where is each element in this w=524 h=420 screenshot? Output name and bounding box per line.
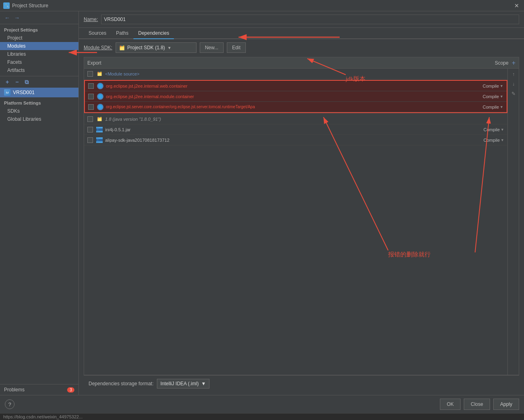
dep-table-with-actions: 🗂️ <Module source> 🌐 org.eclip bbox=[84, 69, 519, 375]
world-icon-2: 🌐 bbox=[97, 93, 104, 100]
scope-dropdown-arrow-1: ▼ bbox=[500, 84, 503, 88]
project-settings-section: Project Settings bbox=[0, 24, 78, 34]
dep-row-module-container[interactable]: 🌐 org.eclipse.jst.j2ee.internal.module.c… bbox=[85, 91, 507, 102]
storage-format-label: Dependencies storage format: bbox=[89, 381, 154, 386]
dep-checkbox-web-container[interactable] bbox=[88, 83, 94, 89]
dep-row-tomcat-runtime[interactable]: 🌐 org.eclipse.jst.server.core.container/… bbox=[85, 102, 507, 112]
sidebar-item-sdks[interactable]: SDKs bbox=[0, 107, 78, 115]
dep-checkbox-ini4j[interactable] bbox=[87, 127, 93, 132]
sidebar-item-artifacts[interactable]: Artifacts bbox=[0, 66, 78, 74]
jar-icon-2 bbox=[96, 137, 103, 143]
svg-rect-1 bbox=[96, 128, 103, 131]
storage-format-row: Dependencies storage format: IntelliJ ID… bbox=[84, 375, 519, 392]
move-down-button[interactable]: ↓ bbox=[509, 80, 518, 88]
dependencies-content: Module SDK: 🗂️ Project SDK (1.8) ▼ New..… bbox=[79, 39, 524, 395]
dep-name-alipay: alipay-sdk-java20170818173712 bbox=[105, 138, 472, 143]
platform-settings-section: Platform Settings bbox=[0, 97, 78, 107]
world-icon-1: 🌐 bbox=[97, 83, 104, 89]
dep-name-web-container: org.eclipse.jst.j2ee.internal.web.contai… bbox=[106, 84, 471, 88]
dep-scope-ini4j[interactable]: Compile ▼ bbox=[472, 127, 504, 132]
apply-button[interactable]: Apply bbox=[493, 399, 519, 410]
dep-scope-module-container[interactable]: Compile ▼ bbox=[471, 94, 503, 99]
copy-module-button[interactable]: ⧉ bbox=[23, 78, 31, 86]
close-button[interactable]: ✕ bbox=[513, 2, 521, 9]
app-icon: 🔧 bbox=[3, 2, 10, 9]
dep-checkbox-alipay[interactable] bbox=[87, 137, 93, 143]
module-item-vrsd001[interactable]: M VRSD001 bbox=[0, 88, 78, 97]
dep-add-button[interactable]: + bbox=[512, 59, 516, 67]
dep-checkbox-jdk[interactable] bbox=[87, 116, 93, 122]
name-input[interactable] bbox=[101, 15, 519, 24]
tab-dependencies[interactable]: Dependencies bbox=[133, 28, 174, 39]
nav-back-button[interactable]: ← bbox=[3, 14, 11, 22]
scope-header: Scope bbox=[468, 60, 509, 66]
module-sdk-row: Module SDK: 🗂️ Project SDK (1.8) ▼ New..… bbox=[84, 42, 519, 53]
scope-dropdown-arrow-4: ▼ bbox=[501, 128, 504, 132]
app-window: 🔧 Project Structure ✕ ← → Project Settin… bbox=[0, 0, 524, 420]
dep-row-module-source[interactable]: 🗂️ <Module source> bbox=[84, 69, 507, 79]
sdk-new-button[interactable]: New... bbox=[200, 42, 224, 53]
tab-sources[interactable]: Sources bbox=[84, 28, 111, 39]
edit-dep-button[interactable]: ✎ bbox=[509, 90, 518, 98]
problems-badge: 3 bbox=[67, 387, 74, 393]
dep-table: Export Scope + 🗂️ <Module source> bbox=[84, 57, 519, 375]
remove-module-button[interactable]: − bbox=[13, 78, 21, 86]
scope-dropdown-arrow-5: ▼ bbox=[501, 138, 504, 142]
sidebar-item-modules[interactable]: Modules bbox=[0, 42, 78, 50]
dep-checkbox-module-source[interactable] bbox=[87, 71, 93, 77]
sidebar: ← → Project Settings Project Modules Lib… bbox=[0, 11, 79, 395]
error-deps-group: 🌐 org.eclipse.jst.j2ee.internal.web.cont… bbox=[84, 80, 507, 113]
sidebar-item-global-libraries[interactable]: Global Libraries bbox=[0, 115, 78, 123]
dep-row-ini4j[interactable]: ini4j-0.5.1.jar Compile ▼ bbox=[84, 124, 507, 135]
sidebar-item-project[interactable]: Project bbox=[0, 34, 78, 42]
sdk-dropdown-arrow: ▼ bbox=[167, 46, 171, 50]
svg-rect-6 bbox=[96, 141, 103, 143]
folder-icon: 🗂️ bbox=[96, 71, 103, 77]
module-icon: M bbox=[4, 89, 11, 96]
scope-dropdown-arrow-2: ▼ bbox=[500, 94, 503, 99]
dep-row-jdk[interactable]: 🗂️ 1.8 (java version "1.8.0_91") bbox=[84, 114, 507, 124]
dep-row-web-container[interactable]: 🌐 org.eclipse.jst.j2ee.internal.web.cont… bbox=[85, 81, 507, 91]
title-bar-left: 🔧 Project Structure bbox=[3, 2, 48, 9]
dep-row-alipay[interactable]: alipay-sdk-java20170818173712 Compile ▼ bbox=[84, 135, 507, 145]
dep-table-header: Export Scope + bbox=[84, 57, 519, 69]
svg-rect-5 bbox=[96, 139, 103, 141]
svg-rect-2 bbox=[96, 131, 103, 132]
module-sdk-label: Module SDK: bbox=[84, 45, 112, 50]
dep-name-jdk: 1.8 (java version "1.8.0_91") bbox=[105, 117, 472, 122]
dep-checkbox-tomcat-runtime[interactable] bbox=[88, 104, 94, 110]
dep-right-actions: ↑ ↓ ✎ bbox=[507, 69, 519, 375]
storage-format-select[interactable]: IntelliJ IDEA (.iml) ▼ bbox=[157, 379, 210, 388]
sidebar-item-libraries[interactable]: Libraries bbox=[0, 50, 78, 58]
title-bar: 🔧 Project Structure ✕ bbox=[0, 0, 524, 11]
bottom-bar: ? OK Close Apply bbox=[0, 395, 524, 413]
tabs-row: Sources Paths Dependencies bbox=[79, 28, 524, 39]
dep-checkbox-module-container[interactable] bbox=[88, 94, 94, 99]
dep-scope-tomcat-runtime[interactable]: Compile ▼ bbox=[471, 105, 503, 109]
export-header: Export bbox=[87, 60, 112, 66]
sdk-select[interactable]: 🗂️ Project SDK (1.8) ▼ bbox=[116, 42, 196, 53]
right-panel: Name: Sources Paths Dependencies Module … bbox=[79, 11, 524, 395]
sdk-edit-button[interactable]: Edit bbox=[227, 42, 246, 53]
dep-name-module-container: org.eclipse.jst.j2ee.internal.module.con… bbox=[106, 94, 471, 99]
window-title: Project Structure bbox=[12, 3, 48, 8]
dep-scope-web-container[interactable]: Compile ▼ bbox=[471, 84, 503, 88]
move-up-button[interactable]: ↑ bbox=[509, 70, 518, 78]
help-button[interactable]: ? bbox=[5, 399, 15, 409]
bottom-left: ? bbox=[5, 399, 15, 409]
url-bar: https://blog.csdn.net/weixin_44975322... bbox=[0, 413, 524, 420]
add-module-button[interactable]: + bbox=[3, 78, 11, 86]
svg-rect-4 bbox=[96, 137, 103, 139]
dep-name-tomcat-runtime: org.eclipse.jst.server.core.container/or… bbox=[106, 105, 471, 109]
problems-section[interactable]: Problems 3 bbox=[0, 384, 78, 395]
jdk-icon: 🗂️ bbox=[96, 116, 103, 122]
tab-paths[interactable]: Paths bbox=[111, 28, 133, 39]
sidebar-item-facets[interactable]: Facets bbox=[0, 58, 78, 66]
dep-name-module-source: <Module source> bbox=[105, 71, 472, 76]
dep-name-ini4j: ini4j-0.5.1.jar bbox=[105, 127, 472, 132]
ok-button[interactable]: OK bbox=[440, 399, 461, 410]
dep-table-body: 🗂️ <Module source> 🌐 org.eclip bbox=[84, 69, 507, 375]
dep-scope-alipay[interactable]: Compile ▼ bbox=[472, 138, 504, 143]
nav-forward-button[interactable]: → bbox=[13, 14, 21, 22]
close-dialog-button[interactable]: Close bbox=[464, 399, 490, 410]
